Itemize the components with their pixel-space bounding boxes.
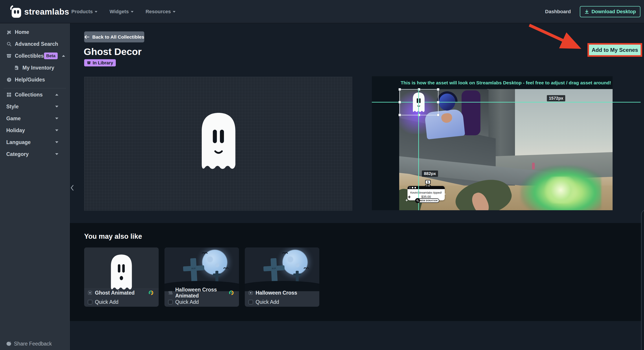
chevron-left-icon: [70, 185, 74, 191]
magnifier-icon: [415, 198, 420, 203]
scrollbar[interactable]: [641, 210, 644, 350]
nav-products[interactable]: Products: [71, 9, 98, 14]
sidebar-item-home-label: Home: [15, 29, 29, 35]
card-name-row: Halloween Cross Animated: [164, 288, 239, 298]
add-to-my-scenes-label: Add to My Scenes: [592, 47, 638, 53]
suggestions-title: You may also like: [84, 232, 142, 240]
asset-grid-preview[interactable]: [84, 77, 352, 211]
width-measurement-label: 1572px: [547, 95, 565, 102]
back-to-collectibles-button[interactable]: Back to All Collectibles: [84, 32, 144, 42]
suggestion-card-ghost-animated[interactable]: Ghost Animated Quick Add: [84, 248, 159, 307]
nav-products-label: Products: [71, 9, 93, 14]
sidebar-item-collectibles[interactable]: Collectibles Beta: [0, 50, 70, 62]
animated-ring-icon: [148, 290, 154, 296]
quick-add-label: Quick Add: [175, 299, 199, 305]
card-thumbnail: RIP: [164, 248, 239, 288]
resize-handle-sw[interactable]: [398, 114, 401, 116]
brand-name: streamlabs: [24, 7, 69, 16]
sidebar-item-home[interactable]: Home: [0, 26, 70, 38]
chat-bubble-icon: [6, 341, 11, 346]
preview-banner: This is how the asset will look on Strea…: [399, 76, 612, 89]
sidebar-item-my-inventory[interactable]: My Inventory: [0, 62, 70, 73]
sidebar-filter-holiday-label: Holiday: [6, 128, 25, 134]
quick-add-checkbox[interactable]: [88, 300, 92, 304]
beta-badge: Beta: [44, 52, 58, 59]
new-donation-label: NEW DONATION: [417, 200, 438, 202]
resize-handle-nw[interactable]: [398, 88, 401, 91]
chevron-up-icon: [62, 55, 65, 57]
streamlabs-logo-icon: [10, 6, 21, 18]
frame-icon: [248, 290, 253, 295]
nav-widgets[interactable]: Widgets: [110, 9, 133, 14]
dashboard-link[interactable]: Dashboard: [545, 9, 571, 14]
sidebar-item-collectibles-label: Collectibles: [15, 53, 44, 59]
suggestion-card-halloween-cross[interactable]: RIP Halloween Cross Quick Add: [245, 248, 319, 307]
nav-right: Dashboard Download Desktop: [545, 0, 640, 23]
help-circle-icon: ?: [6, 77, 12, 82]
suggestion-card-halloween-cross-animated[interactable]: RIP Halloween Cross Animated Quick Add: [164, 248, 239, 307]
sidebar-filter-game-label: Game: [6, 116, 21, 122]
add-to-my-scenes-button[interactable]: Add to My Scenes: [588, 43, 642, 57]
sidebar-filter-style-label: Style: [6, 104, 18, 110]
sidebar-filter-style[interactable]: Style: [0, 101, 70, 112]
chevron-down-icon: [55, 118, 58, 119]
sparkle-icon: [405, 199, 408, 202]
in-library-badge: In Library: [84, 59, 116, 66]
donation-alert-title: KevinStreamlabs tipped!: [408, 191, 445, 194]
quick-add-row: Quick Add: [84, 298, 159, 307]
sidebar-filter-collections[interactable]: Collections: [0, 89, 70, 100]
back-button-label: Back to All Collectibles: [92, 34, 144, 40]
nav-resources-label: Resources: [146, 9, 171, 14]
preview-banner-text: This is how the asset will look on Strea…: [400, 80, 611, 86]
share-feedback-button[interactable]: Share Feedback: [0, 338, 70, 349]
chevron-down-icon: [55, 106, 58, 108]
share-feedback-label: Share Feedback: [14, 341, 52, 347]
chevron-down-icon: [131, 11, 134, 12]
sidebar-divider: [4, 88, 66, 88]
card-name: Ghost Animated: [95, 290, 135, 296]
resize-handle-ne[interactable]: [437, 88, 439, 91]
card-name-row: Halloween Cross: [245, 288, 319, 298]
quick-add-checkbox[interactable]: [248, 300, 253, 304]
download-icon: [584, 9, 589, 14]
resize-handle-w[interactable]: [398, 101, 401, 104]
sidebar-item-advanced-search[interactable]: Advanced Search: [0, 38, 70, 50]
library-box-icon: [87, 61, 91, 65]
arrow-left-icon: [84, 35, 90, 39]
sidebar-filter-holiday[interactable]: Holiday: [0, 125, 70, 136]
top-navbar: streamlabs Products Widgets Resources Da…: [0, 0, 644, 23]
card-thumbnail: [84, 248, 159, 288]
animated-ring-icon: [229, 290, 234, 296]
sidebar-filter-collections-label: Collections: [15, 92, 43, 98]
download-desktop-button[interactable]: Download Desktop: [580, 6, 640, 17]
sidebar-filter-language[interactable]: Language: [0, 137, 70, 148]
collectibles-box-icon: [6, 53, 12, 58]
sidebar-item-my-inventory-label: My Inventory: [22, 65, 54, 71]
card-thumbnail: RIP: [245, 248, 319, 288]
sidebar-item-help-guides[interactable]: ? Help/Guides: [0, 74, 70, 85]
quick-add-checkbox[interactable]: [168, 300, 173, 304]
sidebar-filter-category-label: Category: [6, 151, 29, 157]
nav-resources[interactable]: Resources: [146, 9, 176, 14]
sidebar-filter-game[interactable]: Game: [0, 113, 70, 124]
sidebar-collapse-button[interactable]: [69, 182, 76, 194]
window-dot-icon: [412, 187, 413, 188]
quick-add-row: Quick Add: [245, 298, 319, 307]
donation-alert-amount: $35.00: [408, 195, 445, 198]
bat-icon: [282, 252, 288, 254]
search-icon: [6, 41, 12, 47]
resize-handle-se[interactable]: [437, 114, 439, 116]
svg-text:?: ?: [8, 78, 10, 82]
chevron-down-icon: [173, 11, 176, 12]
svg-text:$: $: [427, 180, 429, 184]
nav-widgets-label: Widgets: [110, 9, 128, 14]
card-name-row: Ghost Animated: [84, 288, 159, 298]
resize-handle-e[interactable]: [437, 101, 439, 104]
animation-waves-icon: [168, 290, 172, 295]
chevron-down-icon: [55, 153, 58, 155]
sparkle-icon: [442, 192, 446, 196]
new-donation-badge: NEW DONATION: [416, 198, 439, 203]
sidebar-filter-category[interactable]: Category: [0, 148, 70, 160]
ghost-asset-image: [198, 110, 239, 173]
sidebar-item-advanced-search-label: Advanced Search: [15, 41, 58, 47]
